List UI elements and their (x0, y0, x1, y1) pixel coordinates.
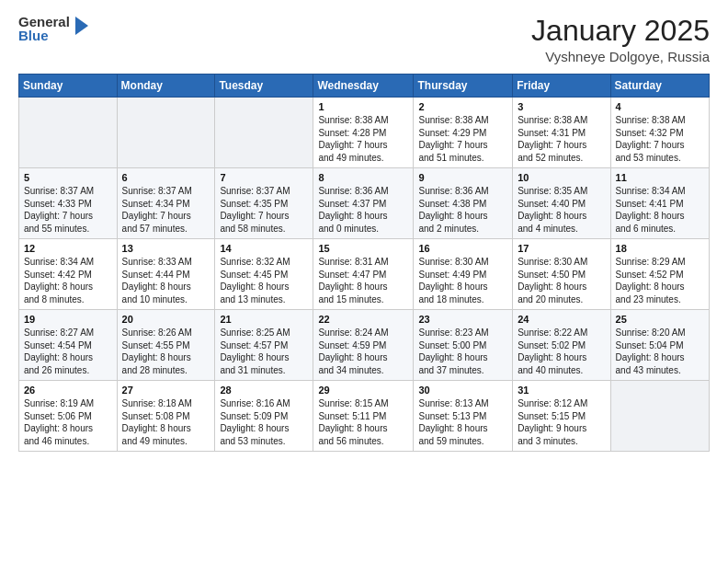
weekday-header: Tuesday (215, 75, 313, 98)
day-info: Sunrise: 8:25 AMSunset: 4:57 PMDaylight:… (220, 327, 308, 376)
calendar-cell: 18Sunrise: 8:29 AMSunset: 4:52 PMDayligh… (610, 239, 709, 310)
calendar-cell: 19Sunrise: 8:27 AMSunset: 4:54 PMDayligh… (19, 310, 118, 381)
weekday-header: Sunday (19, 75, 118, 98)
day-info: Sunrise: 8:38 AMSunset: 4:29 PMDaylight:… (418, 114, 507, 164)
day-number: 26 (24, 385, 112, 396)
day-number: 1 (318, 101, 408, 112)
calendar-cell: 23Sunrise: 8:23 AMSunset: 5:00 PMDayligh… (414, 310, 513, 381)
day-number: 2 (418, 101, 507, 112)
day-number: 12 (24, 243, 112, 254)
day-info: Sunrise: 8:29 AMSunset: 4:52 PMDaylight:… (616, 256, 704, 305)
calendar-cell: 20Sunrise: 8:26 AMSunset: 4:55 PMDayligh… (117, 310, 215, 381)
day-number: 9 (418, 172, 507, 183)
day-number: 4 (616, 101, 704, 112)
day-info: Sunrise: 8:38 AMSunset: 4:31 PMDaylight:… (518, 114, 605, 164)
day-info: Sunrise: 8:38 AMSunset: 4:32 PMDaylight:… (616, 114, 704, 164)
calendar-cell (117, 98, 215, 168)
day-info: Sunrise: 8:35 AMSunset: 4:40 PMDaylight:… (518, 185, 605, 235)
day-number: 19 (24, 314, 112, 325)
day-info: Sunrise: 8:32 AMSunset: 4:45 PMDaylight:… (220, 256, 308, 305)
day-info: Sunrise: 8:22 AMSunset: 5:02 PMDaylight:… (518, 327, 605, 376)
day-number: 20 (122, 314, 210, 325)
calendar-header: SundayMondayTuesdayWednesdayThursdayFrid… (19, 75, 710, 98)
calendar-cell: 17Sunrise: 8:30 AMSunset: 4:50 PMDayligh… (513, 239, 610, 310)
day-info: Sunrise: 8:30 AMSunset: 4:49 PMDaylight:… (418, 256, 507, 305)
title-location: Vyshneye Dolgoye, Russia (531, 49, 710, 64)
day-number: 14 (220, 243, 308, 254)
calendar-cell: 29Sunrise: 8:15 AMSunset: 5:11 PMDayligh… (313, 381, 414, 452)
day-info: Sunrise: 8:37 AMSunset: 4:35 PMDaylight:… (220, 185, 308, 235)
day-number: 16 (418, 243, 507, 254)
calendar-cell: 15Sunrise: 8:31 AMSunset: 4:47 PMDayligh… (313, 239, 414, 310)
title-block: January 2025 Vyshneye Dolgoye, Russia (531, 15, 710, 64)
calendar-cell: 4Sunrise: 8:38 AMSunset: 4:32 PMDaylight… (610, 98, 709, 168)
calendar-cell: 31Sunrise: 8:12 AMSunset: 5:15 PMDayligh… (513, 381, 610, 452)
calendar-cell: 13Sunrise: 8:33 AMSunset: 4:44 PMDayligh… (117, 239, 215, 310)
weekday-row: SundayMondayTuesdayWednesdayThursdayFrid… (19, 75, 710, 98)
day-number: 15 (318, 243, 408, 254)
calendar-cell: 27Sunrise: 8:18 AMSunset: 5:08 PMDayligh… (117, 381, 215, 452)
day-info: Sunrise: 8:37 AMSunset: 4:34 PMDaylight:… (122, 185, 210, 235)
day-info: Sunrise: 8:26 AMSunset: 4:55 PMDaylight:… (122, 327, 210, 376)
calendar-cell: 26Sunrise: 8:19 AMSunset: 5:06 PMDayligh… (19, 381, 118, 452)
day-number: 17 (518, 243, 605, 254)
calendar-cell: 8Sunrise: 8:36 AMSunset: 4:37 PMDaylight… (313, 168, 414, 239)
day-info: Sunrise: 8:36 AMSunset: 4:37 PMDaylight:… (318, 185, 408, 235)
day-number: 21 (220, 314, 308, 325)
day-info: Sunrise: 8:27 AMSunset: 4:54 PMDaylight:… (24, 327, 112, 376)
logo: General Blue (18, 15, 92, 42)
calendar-cell: 5Sunrise: 8:37 AMSunset: 4:33 PMDaylight… (19, 168, 118, 239)
day-number: 6 (122, 172, 210, 183)
calendar-cell: 9Sunrise: 8:36 AMSunset: 4:38 PMDaylight… (414, 168, 513, 239)
calendar-cell: 28Sunrise: 8:16 AMSunset: 5:09 PMDayligh… (215, 381, 313, 452)
day-number: 25 (616, 314, 704, 325)
day-info: Sunrise: 8:24 AMSunset: 4:59 PMDaylight:… (318, 327, 408, 376)
calendar-cell: 16Sunrise: 8:30 AMSunset: 4:49 PMDayligh… (414, 239, 513, 310)
calendar-cell: 21Sunrise: 8:25 AMSunset: 4:57 PMDayligh… (215, 310, 313, 381)
logo-icon (72, 13, 92, 42)
day-number: 7 (220, 172, 308, 183)
calendar-cell: 1Sunrise: 8:38 AMSunset: 4:28 PMDaylight… (313, 98, 414, 168)
calendar-cell: 11Sunrise: 8:34 AMSunset: 4:41 PMDayligh… (610, 168, 709, 239)
calendar-cell (215, 98, 313, 168)
day-info: Sunrise: 8:34 AMSunset: 4:42 PMDaylight:… (24, 256, 112, 305)
day-number: 8 (318, 172, 408, 183)
day-number: 3 (518, 101, 605, 112)
weekday-header: Friday (513, 75, 610, 98)
day-number: 5 (24, 172, 112, 183)
day-number: 28 (220, 385, 308, 396)
page: General Blue January 2025 Vyshneye Dolgo… (0, 0, 728, 563)
day-info: Sunrise: 8:18 AMSunset: 5:08 PMDaylight:… (122, 397, 210, 447)
day-number: 24 (518, 314, 605, 325)
logo-general: General (18, 15, 70, 29)
calendar-cell: 6Sunrise: 8:37 AMSunset: 4:34 PMDaylight… (117, 168, 215, 239)
day-number: 30 (418, 385, 507, 396)
weekday-header: Saturday (610, 75, 709, 98)
day-info: Sunrise: 8:13 AMSunset: 5:13 PMDaylight:… (418, 397, 507, 447)
title-month: January 2025 (531, 15, 710, 47)
calendar-cell: 2Sunrise: 8:38 AMSunset: 4:29 PMDaylight… (414, 98, 513, 168)
calendar-cell (19, 98, 118, 168)
calendar-cell: 12Sunrise: 8:34 AMSunset: 4:42 PMDayligh… (19, 239, 118, 310)
day-number: 13 (122, 243, 210, 254)
day-info: Sunrise: 8:30 AMSunset: 4:50 PMDaylight:… (518, 256, 605, 305)
calendar-cell: 7Sunrise: 8:37 AMSunset: 4:35 PMDaylight… (215, 168, 313, 239)
weekday-header: Thursday (414, 75, 513, 98)
day-info: Sunrise: 8:20 AMSunset: 5:04 PMDaylight:… (616, 327, 704, 376)
day-info: Sunrise: 8:38 AMSunset: 4:28 PMDaylight:… (318, 114, 408, 164)
logo-text: General Blue (18, 15, 70, 42)
calendar-cell: 3Sunrise: 8:38 AMSunset: 4:31 PMDaylight… (513, 98, 610, 168)
calendar-week-row: 12Sunrise: 8:34 AMSunset: 4:42 PMDayligh… (19, 239, 710, 310)
weekday-header: Wednesday (313, 75, 414, 98)
calendar-cell: 30Sunrise: 8:13 AMSunset: 5:13 PMDayligh… (414, 381, 513, 452)
logo-blue: Blue (18, 29, 70, 42)
calendar-cell: 25Sunrise: 8:20 AMSunset: 5:04 PMDayligh… (610, 310, 709, 381)
calendar-week-row: 5Sunrise: 8:37 AMSunset: 4:33 PMDaylight… (19, 168, 710, 239)
day-number: 29 (318, 385, 408, 396)
calendar-cell: 10Sunrise: 8:35 AMSunset: 4:40 PMDayligh… (513, 168, 610, 239)
day-info: Sunrise: 8:36 AMSunset: 4:38 PMDaylight:… (418, 185, 507, 235)
calendar-week-row: 26Sunrise: 8:19 AMSunset: 5:06 PMDayligh… (19, 381, 710, 452)
day-number: 11 (616, 172, 704, 183)
day-number: 23 (418, 314, 507, 325)
calendar-week-row: 19Sunrise: 8:27 AMSunset: 4:54 PMDayligh… (19, 310, 710, 381)
